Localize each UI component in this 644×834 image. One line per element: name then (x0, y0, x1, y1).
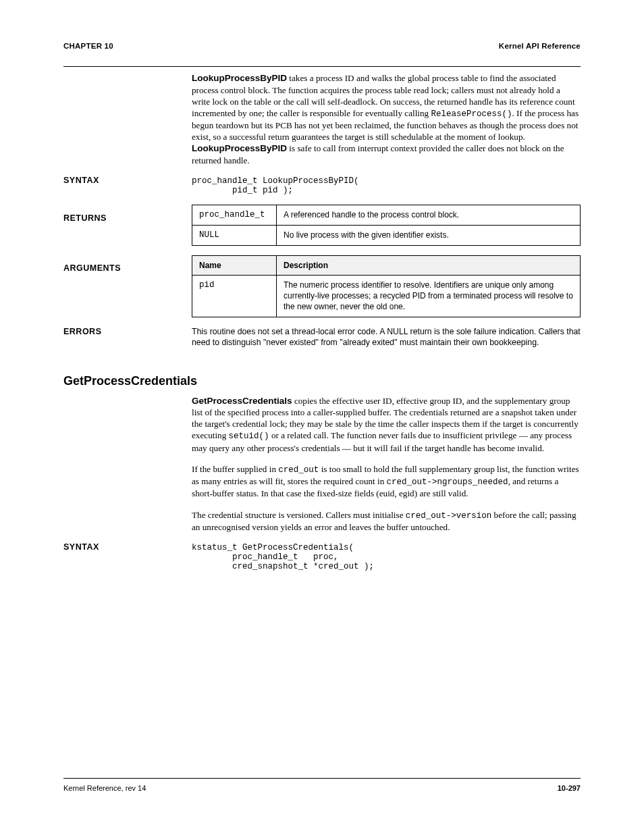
table-row: proc_handle_t A referenced handle to the… (192, 205, 581, 226)
function-title: GetProcessCredentials (63, 374, 581, 388)
syntax2-line-1: kstatus_t GetProcessCredentials( (192, 543, 581, 552)
footer-right: 10-297 (558, 784, 581, 792)
arguments-table: Name Description pid The numeric process… (192, 255, 581, 317)
footer-left: Kernel Reference, rev 14 (63, 784, 146, 792)
errors-text: This routine does not set a thread-local… (192, 327, 581, 348)
func2-paragraph-2: If the buffer supplied in cred_out is to… (192, 463, 581, 500)
syntax-line-1: proc_handle_t LookupProcessByPID( (192, 176, 581, 186)
intro-paragraph: LookupProcessByPID takes a process ID an… (192, 72, 581, 166)
table-row: NULL No live process with the given iden… (192, 226, 581, 246)
header-left: CHAPTER 10 (63, 42, 113, 50)
errors-section: ERRORS This routine does not set a threa… (63, 327, 581, 358)
footer-rule (63, 778, 581, 779)
func2-paragraph-1: GetProcessCredentials copies the effecti… (192, 395, 581, 454)
returns-section: RETURNS proc_handle_t A referenced handl… (63, 205, 581, 246)
syntax-line-2: pid_t pid ); (192, 186, 581, 195)
header-rule (63, 66, 581, 67)
returns-table: proc_handle_t A referenced handle to the… (192, 205, 581, 246)
header-right: Kernel API Reference (499, 42, 581, 50)
arguments-section: ARGUMENTS Name Description pid The numer… (63, 255, 581, 317)
syntax2-line-2: proc_handle_t proc, (192, 552, 581, 562)
func2-paragraph-3: The credential structure is versioned. C… (192, 509, 581, 533)
arguments-label: ARGUMENTS (63, 263, 192, 273)
syntax-section: SYNTAX proc_handle_t LookupProcessByPID(… (63, 176, 581, 195)
syntax2-section: SYNTAX kstatus_t GetProcessCredentials( … (63, 542, 581, 571)
syntax2-label: SYNTAX (63, 542, 192, 552)
syntax2-line-3: cred_snapshot_t *cred_out ); (192, 562, 581, 571)
page-footer: Kernel Reference, rev 14 10-297 (63, 778, 581, 792)
returns-label: RETURNS (63, 213, 192, 223)
table-row: pid The numeric process identifier to re… (192, 276, 581, 317)
errors-label: ERRORS (63, 327, 192, 336)
syntax-label: SYNTAX (63, 176, 192, 185)
table-header-row: Name Description (192, 255, 581, 275)
page-header: CHAPTER 10 Kernel API Reference (63, 42, 581, 50)
